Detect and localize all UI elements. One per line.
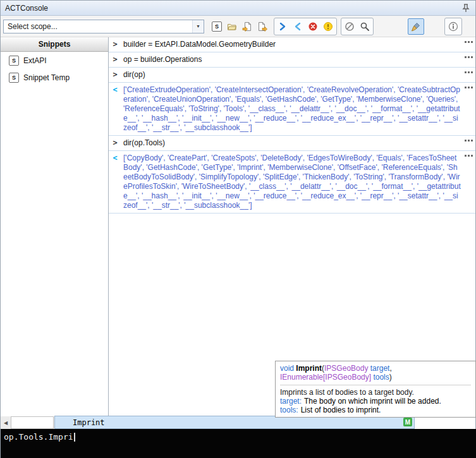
signature-punct: , [389,364,391,373]
filter-group [341,18,374,35]
chevron-left-icon [293,21,303,32]
snippet-icon: S [9,73,19,83]
scope-select[interactable]: Select scope... ▼ [3,20,204,33]
method-signature: IEnumerable[IPSGeoBody] tools) [280,373,471,382]
signature-type: IPSGeoBody [324,364,370,373]
sidebar-item-snippet-templates[interactable]: S Snippet Temp [1,69,108,86]
output-icon: < [109,83,121,135]
export-snippet-button[interactable] [255,19,270,34]
console-input-text[interactable]: dir(op.Tools) [121,136,475,150]
signature-tooltip: void Imprint(IPSGeoBody target, IEnumera… [275,361,476,418]
snippet-icon: S [212,21,222,32]
param-description: tools:List of bodies to imprint. [280,406,471,414]
info-button[interactable] [446,19,461,34]
previous-command-button[interactable] [290,19,305,34]
scope-select-value: Select scope... [4,22,192,31]
titlebar[interactable]: ACTConsole [1,1,475,16]
console-output-row: < ['CopyBody', 'CreatePart', 'CreateSpot… [109,151,475,214]
window-title: ACTConsole [5,4,461,13]
console-input-row[interactable]: > dir(op) [109,68,475,83]
output-icon: < [109,151,121,213]
error-icon [308,21,318,32]
param-name: target: [280,397,302,406]
folder-icon [227,21,237,32]
console-input-row[interactable]: > builder = ExtAPI.DataModel.GeometryBui… [109,37,475,52]
import-snippet-button[interactable] [240,19,255,34]
prompt-icon: > [109,37,121,52]
document-export-icon [257,21,267,32]
console-output-text: ['CreateExtrudeOperation', 'CreateInters… [121,83,475,135]
run-icon [278,21,288,32]
signature-param: tools [373,373,389,382]
autocomplete-item-label: Imprint [55,418,105,427]
clear-console-button[interactable] [408,18,424,35]
signature-param: target [370,364,390,373]
autocomplete-popup: Imprint M [54,416,415,429]
console-input-row[interactable]: > dir(op.Tools) [109,136,475,151]
console-input-text[interactable]: op = builder.Operations [121,52,475,67]
more-button[interactable] [465,71,473,73]
sidebar-item-label: Snippet Temp [23,73,70,82]
signature-punct: ) [389,373,392,382]
search-icon [360,21,370,32]
param-name: tools: [280,406,298,414]
param-text: List of bodies to imprint. [301,406,381,414]
method-description: Imprints a list of bodies to a target bo… [280,388,471,397]
more-button[interactable] [465,155,473,157]
autocomplete-item-imprint[interactable]: Imprint M [55,416,414,428]
info-group [444,18,462,35]
prompt-icon: > [109,68,121,82]
open-folder-button[interactable] [224,19,240,34]
more-button[interactable] [465,140,473,142]
prompt-icon: > [109,136,121,150]
sidebar-item-label: ExtAPI [23,56,47,65]
snippets-header: Snippets [1,37,108,52]
toolbar: Select scope... ▼ S [1,16,475,37]
chevron-down-icon[interactable]: ▼ [192,20,204,33]
more-button[interactable] [465,87,473,88]
scrollbar-thumb[interactable] [11,416,54,429]
document-import-icon [242,21,252,32]
signature-type: IEnumerable[IPSGeoBody] [280,373,373,382]
signature-keyword: void [280,364,296,373]
method-signature: void Imprint(IPSGeoBody target, [280,364,471,373]
signature-method: Imprint [296,364,322,373]
text-cursor [74,433,75,442]
param-description: target:The body on which imprint will be… [280,397,471,406]
command-line-input[interactable]: op.Tools.Impri [1,429,476,458]
scroll-left-button[interactable]: ◀ [1,416,11,429]
brush-icon [411,21,421,32]
prompt-icon: > [109,52,121,67]
run-button[interactable] [275,19,290,34]
search-button[interactable] [357,19,372,34]
warnings-button[interactable] [320,19,336,34]
console-input-text[interactable]: dir(op) [121,68,475,82]
snippets-sidebar: Snippets S ExtAPI S Snippet Temp [1,37,109,416]
console-output-text: ['CopyBody', 'CreatePart', 'CreateSpots'… [121,151,475,213]
info-icon [448,21,458,32]
console-input-text[interactable]: builder = ExtAPI.DataModel.GeometryBuild… [121,37,475,52]
method-badge: M [403,418,412,426]
console-history: > builder = ExtAPI.DataModel.GeometryBui… [109,37,475,416]
param-text: The body on which imprint will be added. [304,397,441,406]
more-button[interactable] [465,41,473,43]
run-group [274,18,337,35]
block-output-button[interactable] [342,19,357,34]
sidebar-item-extapi[interactable]: S ExtAPI [1,52,108,69]
pin-icon[interactable] [461,3,471,13]
no-entry-icon [345,21,355,32]
command-line-text: op.Tools.Impri [4,432,73,442]
snippet-icon: S [9,56,19,66]
snippet-button[interactable]: S [209,19,224,34]
console-input-row[interactable]: > op = builder.Operations [109,52,475,68]
warning-icon [323,21,333,32]
more-button[interactable] [465,56,473,58]
clear-errors-button[interactable] [305,19,320,34]
act-console-window: ACTConsole Select scope... ▼ S [0,0,476,458]
tooltip-divider [280,385,471,385]
console-output-row: < ['CreateExtrudeOperation', 'CreateInte… [109,83,475,136]
